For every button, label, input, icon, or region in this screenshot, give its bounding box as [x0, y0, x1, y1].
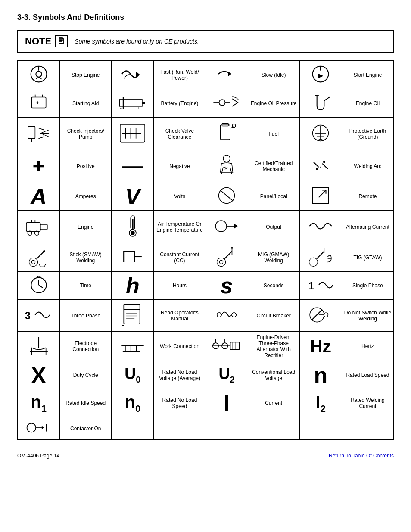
label-cell-3-0: Positive	[60, 150, 112, 182]
symbol-cell-6-2	[206, 243, 248, 272]
label-cell-8-1: Read Operator's Manual	[154, 300, 206, 332]
svg-text:1: 1	[308, 280, 314, 292]
label-cell-10-0: Duty Cycle	[60, 361, 112, 389]
label-cell-12-0: Contactor On	[60, 417, 112, 440]
symbol-cell-5-0	[18, 211, 60, 243]
svg-point-49	[316, 168, 318, 170]
svg-rect-23	[28, 126, 35, 138]
symbol-cell-11-2: I	[206, 389, 248, 417]
note-box: NOTE 🖹 Some symbols are found only on CE…	[17, 30, 394, 53]
svg-line-48	[322, 164, 328, 169]
symbol-cell-0-1	[112, 61, 154, 89]
label-cell-9-1: Work Connection	[154, 332, 206, 361]
svg-point-93	[232, 313, 236, 317]
svg-point-78	[309, 258, 318, 266]
label-cell-6-1: Constant Current (CC)	[154, 243, 206, 272]
svg-point-43	[223, 155, 230, 162]
label-cell-2-3: Protective Earth (Ground)	[342, 118, 393, 150]
svg-text:+: +	[36, 100, 39, 106]
label-cell-1-3: Engine Oil	[342, 89, 393, 118]
svg-rect-15	[142, 102, 145, 104]
symbol-cell-10-2: U2	[206, 361, 248, 389]
svg-line-84	[39, 285, 43, 288]
svg-line-3	[36, 77, 39, 79]
symbol-cell-2-2	[206, 118, 248, 150]
label-cell-3-1: Negative	[154, 150, 206, 182]
footer-left: OM-4406 Page 14	[17, 453, 59, 459]
label-cell-7-3: Single Phase	[342, 272, 393, 300]
symbol-cell-5-1	[112, 211, 154, 243]
svg-point-65	[131, 231, 135, 235]
symbol-cell-12-0	[18, 417, 60, 440]
label-cell-10-3: Rated Load Speed	[342, 361, 393, 389]
svg-point-73	[217, 258, 226, 267]
svg-point-70	[31, 260, 35, 264]
svg-line-79	[317, 252, 324, 259]
symbol-cell-11-3: I2	[299, 389, 342, 417]
table-row: n1Rated Idle Speedn0Rated No Load SpeedI…	[18, 389, 394, 417]
svg-point-92	[217, 313, 221, 317]
svg-rect-87	[124, 304, 140, 324]
label-cell-11-3: Rated Welding Current	[342, 389, 393, 417]
svg-point-21	[219, 100, 225, 106]
label-cell-1-0: Starting Aid	[60, 89, 112, 118]
symbol-cell-5-2	[206, 211, 248, 243]
label-cell-12-3	[342, 417, 393, 440]
label-cell-2-0: Check Injectors/ Pump	[60, 118, 112, 150]
symbol-cell-6-0	[18, 243, 60, 272]
label-cell-9-3: Hertz	[342, 332, 393, 361]
symbol-cell-1-3	[299, 89, 342, 118]
symbol-cell-12-1	[112, 417, 154, 440]
footer-link[interactable]: Return To Table Of Contents	[329, 453, 394, 459]
label-cell-6-0: Stick (SMAW) Welding	[60, 243, 112, 272]
svg-marker-120	[41, 426, 43, 430]
label-cell-10-1: Rated No Load Voltage (Average)	[154, 361, 206, 389]
table-row: +Positive—Negative ⚒ Certified/Trained M…	[18, 150, 394, 182]
symbol-cell-2-1	[112, 118, 154, 150]
label-cell-5-0: Engine	[60, 211, 112, 243]
label-cell-5-2: Output	[248, 211, 299, 243]
table-row: Engine Air Temperature Or Engine Tempera…	[18, 211, 394, 243]
label-cell-9-2: Engine-Driven, Three-Phase Alternator Wi…	[248, 332, 299, 361]
symbol-cell-2-3	[299, 118, 342, 150]
label-cell-3-2: Certified/Trained Mechanic	[248, 150, 299, 182]
symbol-cell-7-0	[18, 272, 60, 300]
label-cell-0-1: Fast (Run, Weld/ Power)	[154, 61, 206, 89]
svg-point-74	[219, 260, 223, 264]
label-cell-6-2: MIG (GMAW) Welding	[248, 243, 299, 272]
symbol-cell-9-2	[206, 332, 248, 361]
svg-point-50	[323, 161, 325, 163]
table-row: Electrode Connection Work Connection Eng…	[18, 332, 394, 361]
symbol-cell-11-1: n0	[112, 389, 154, 417]
symbol-cell-7-1: h	[112, 272, 154, 300]
svg-point-72	[43, 250, 45, 252]
svg-point-77	[231, 247, 233, 249]
label-cell-0-2: Slow (Idle)	[248, 61, 299, 89]
symbol-cell-3-1: —	[112, 150, 154, 182]
table-row: AAmperesVVolts Panel/Local Remote	[18, 182, 394, 211]
svg-marker-6	[228, 72, 231, 77]
symbol-cell-8-1	[112, 300, 154, 332]
symbol-cell-0-3	[299, 61, 342, 89]
label-cell-2-2: Fuel	[248, 118, 299, 150]
symbol-cell-7-2: s	[206, 272, 248, 300]
table-row: TimehHourssSeconds 1 Single Phase	[18, 272, 394, 300]
label-cell-5-3: Alternating Current	[342, 211, 393, 243]
symbol-cell-11-0: n1	[18, 389, 60, 417]
symbol-cell-12-2	[206, 417, 248, 440]
symbol-cell-10-1: U0	[112, 361, 154, 389]
label-cell-12-1	[154, 417, 206, 440]
svg-point-118	[27, 423, 36, 432]
svg-line-75	[224, 252, 232, 259]
svg-point-69	[29, 258, 37, 267]
label-cell-7-1: Hours	[154, 272, 206, 300]
table-row: 3 Three Phase Read Operator's Manual Cir…	[18, 300, 394, 332]
label-cell-12-2	[248, 417, 299, 440]
svg-line-4	[39, 77, 42, 79]
svg-line-52	[220, 190, 233, 201]
svg-line-25	[40, 130, 49, 133]
svg-rect-56	[40, 224, 47, 230]
svg-line-27	[40, 133, 49, 137]
svg-rect-33	[220, 125, 230, 140]
label-cell-4-3: Remote	[342, 182, 393, 211]
